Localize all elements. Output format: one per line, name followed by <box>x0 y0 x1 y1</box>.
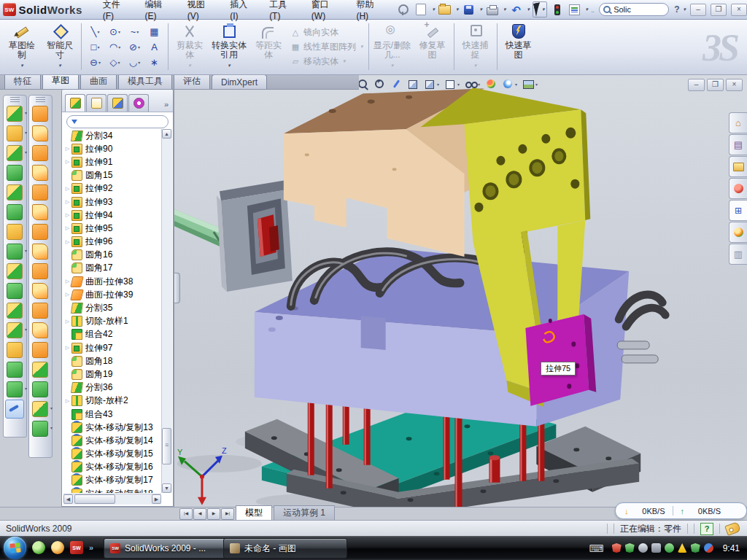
tab-scroll-button-1[interactable]: ◀ <box>193 508 206 520</box>
expand-arrow-icon[interactable]: ▷ <box>63 199 71 205</box>
dropdown-arrow-icon[interactable]: ▾ <box>542 7 545 12</box>
tree-item[interactable]: 分割36 <box>63 381 161 394</box>
expand-arrow-icon[interactable]: ▷ <box>63 186 71 192</box>
sketch-entity-point[interactable]: ∗ <box>144 55 164 70</box>
network-warning-icon[interactable] <box>678 543 687 553</box>
menu-item[interactable]: 工具(T) <box>262 0 304 24</box>
expand-arrow-icon[interactable]: ▷ <box>63 146 71 152</box>
tree-item[interactable]: 分割34 <box>63 129 161 142</box>
expand-arrow-icon[interactable]: ▷ <box>63 212 71 218</box>
dropdown-arrow-icon[interactable]: ▾ <box>25 327 27 332</box>
zoom-previous-button[interactable] <box>390 78 402 90</box>
dropdown-arrow-icon[interactable]: ▾ <box>20 61 23 70</box>
quick-tips-icon[interactable]: ? <box>700 523 713 535</box>
dropdown-arrow-icon[interactable]: ▾ <box>503 7 506 12</box>
fillet-tool[interactable]: ▾ <box>4 144 26 163</box>
tree-item[interactable]: 圆角17 <box>63 262 161 275</box>
extruded-boss-tool[interactable]: ▾ <box>4 104 26 124</box>
sync-app-icon[interactable] <box>704 543 713 553</box>
move-copy-body-tool[interactable]: ▾ <box>4 321 26 341</box>
featuremanager-tab[interactable] <box>65 94 85 112</box>
linear-pattern-tool[interactable]: ▾ <box>4 242 26 262</box>
print-button[interactable] <box>485 3 500 16</box>
tree-horizontal-scrollbar[interactable]: ◀ ▶ <box>63 494 161 505</box>
expand-arrow-icon[interactable]: ▷ <box>63 398 71 404</box>
tree-vertical-scrollbar[interactable]: ▲ ▼ <box>161 129 172 493</box>
tree-item[interactable]: 圆角18 <box>63 354 161 368</box>
dropdown-arrow-icon[interactable]: ▾ <box>683 7 686 12</box>
trim-entities-button[interactable]: 剪裁实体 ▾ <box>171 19 209 74</box>
delete-body-tool[interactable] <box>4 341 26 360</box>
sketch-entity-slot[interactable]: ⊖▾ <box>85 55 105 70</box>
taskbar-clock[interactable]: 9:41 <box>723 543 740 553</box>
move-entities-button[interactable]: ▱ 移动实体 ▾ <box>290 55 363 68</box>
tree-item[interactable]: ▷切除-放样2 <box>63 394 161 408</box>
tree-item[interactable]: ▷曲面-拉伸39 <box>63 288 161 301</box>
tree-item[interactable]: ▷拉伸97 <box>63 341 161 354</box>
freeform-surface-tool[interactable]: ▾ <box>29 419 52 439</box>
select-tool-button[interactable]: ▾ <box>533 1 547 18</box>
sketch-entity-arc[interactable]: ◠▾ <box>105 39 125 55</box>
tree-item[interactable]: ▷拉伸91 <box>63 155 161 168</box>
dropdown-arrow-icon[interactable]: ▾ <box>25 149 27 155</box>
tab-DimXpert[interactable]: DimXpert <box>212 74 267 89</box>
tree-item[interactable]: ▷拉伸94 <box>63 209 161 222</box>
guide-pegs-part[interactable] <box>617 295 665 363</box>
tree-item[interactable]: 实体-移动/复制14 <box>63 434 161 447</box>
combine-bodies-tool[interactable] <box>4 281 26 301</box>
dropdown-arrow-icon[interactable]: ▾ <box>25 386 27 391</box>
tab-scroll-button-3[interactable]: ▶| <box>221 508 234 520</box>
mirror-entities-button[interactable]: △ 镜向实体 <box>290 26 363 39</box>
sketch-entity-rectangle[interactable]: □▾ <box>85 39 105 55</box>
solidworks-search-tab[interactable] <box>729 178 747 199</box>
tree-item[interactable]: 圆角16 <box>63 249 161 262</box>
rebuild-button[interactable] <box>550 3 565 16</box>
locating-pin-part[interactable] <box>489 455 500 482</box>
sketch-entity-ellipse[interactable]: ⊘▾ <box>125 39 144 55</box>
tree-item[interactable]: 实体-移动/复制15 <box>63 448 161 461</box>
tab-scroll-button-0[interactable]: |◀ <box>179 508 193 520</box>
sketch-entity-polygon[interactable]: ◇▾ <box>105 55 125 70</box>
new-document-button[interactable] <box>414 3 428 16</box>
sketch-button[interactable]: 草图绘制 ▾ <box>3 19 41 74</box>
messenger-icon[interactable] <box>32 541 45 554</box>
draft-tool[interactable] <box>4 222 26 242</box>
scrollbar-thumb[interactable] <box>74 494 115 504</box>
tab-模型[interactable]: 模型 <box>236 505 272 521</box>
update-service-icon[interactable] <box>638 543 648 553</box>
window-restore-button[interactable]: ❐ <box>711 4 727 16</box>
hide-show-items-button[interactable]: ▾ <box>465 78 480 90</box>
dropdown-arrow-icon[interactable]: ▾ <box>50 405 53 411</box>
edit-appearance-button[interactable] <box>485 78 497 90</box>
tree-item[interactable]: 组合43 <box>63 408 161 421</box>
swept-boss-tool[interactable] <box>4 163 26 183</box>
tree-item[interactable]: ▷拉伸92 <box>63 182 161 195</box>
dropdown-arrow-icon[interactable]: ▾ <box>535 82 538 87</box>
tree-item[interactable]: 组合42 <box>63 328 161 341</box>
dropdown-arrow-icon[interactable]: ▾ <box>98 60 101 65</box>
menu-item[interactable]: 视图(V) <box>180 0 222 24</box>
section-view-button[interactable] <box>407 78 419 90</box>
knit-surface-tool[interactable] <box>29 341 52 360</box>
tree-item[interactable]: 实体-移动/复制13 <box>63 421 161 434</box>
expand-arrow-icon[interactable]: ▷ <box>63 239 71 245</box>
window-minimize-button[interactable]: – <box>690 4 706 16</box>
dropdown-arrow-icon[interactable]: ▾ <box>118 29 120 34</box>
sketch-entity-fillet[interactable]: ◡▾ <box>125 55 144 70</box>
tree-item[interactable]: ▷拉伸93 <box>63 195 161 209</box>
dropdown-arrow-icon[interactable]: ▾ <box>25 110 27 115</box>
curve-tool-tool[interactable] <box>4 360 26 380</box>
convert-entities-button[interactable]: 转换实体引用 ▾ <box>209 19 249 74</box>
dropdown-arrow-icon[interactable]: ▾ <box>136 29 139 34</box>
boundary-surface-tool[interactable] <box>29 183 52 203</box>
planar-surface-tool[interactable] <box>29 222 52 242</box>
tree-item[interactable]: 圆角19 <box>63 368 161 381</box>
dropdown-arrow-icon[interactable]: ▾ <box>437 82 439 87</box>
configurationmanager-tab[interactable] <box>107 94 128 112</box>
dropdown-arrow-icon[interactable]: ▾ <box>479 7 482 12</box>
radiate-surface-tool[interactable] <box>29 281 52 301</box>
tree-item[interactable]: 圆角15 <box>63 169 161 182</box>
security-alert-icon[interactable] <box>612 543 622 553</box>
scroll-up-button[interactable]: ▲ <box>162 129 171 139</box>
undo-button[interactable]: ↶ <box>508 3 523 16</box>
